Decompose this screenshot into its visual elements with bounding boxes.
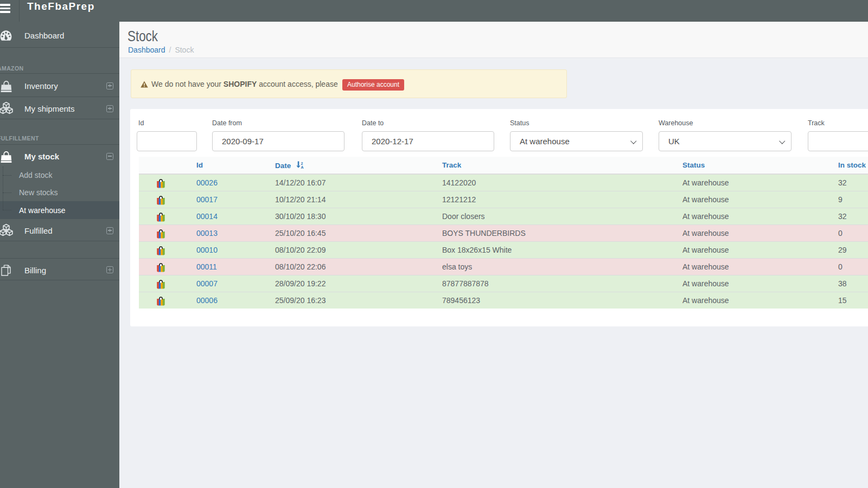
svg-text:A: A [301,165,304,169]
